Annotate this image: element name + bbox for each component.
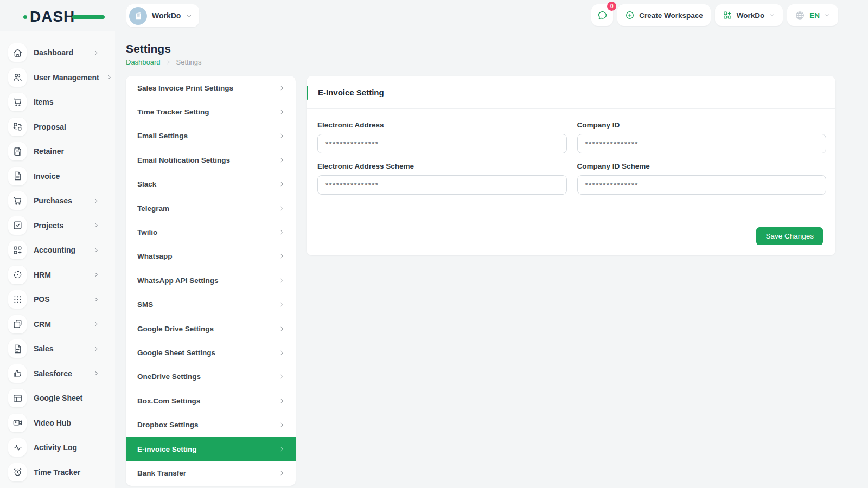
sidebar-item-user-management[interactable]: User Management (8, 68, 109, 87)
chevron-right-icon (279, 470, 285, 476)
settings-menu-item-label: Google Drive Settings (137, 325, 279, 333)
settings-menu-item-whatsapp-api-settings[interactable]: WhatsApp API Settings (126, 268, 296, 292)
sidebar-item-proposal[interactable]: Proposal (8, 118, 109, 136)
field-label: Electronic Address (317, 121, 567, 129)
settings-menu-item-onedrive-settings[interactable]: OneDrive Settings (126, 365, 296, 389)
chevron-right-icon (93, 247, 99, 253)
sidebar-item-items[interactable]: Items (8, 93, 109, 111)
chevron-right-icon (279, 398, 285, 404)
overlap-squares-icon (8, 315, 27, 333)
electronic-address-scheme-input[interactable] (317, 175, 567, 195)
breadcrumb-current: Settings (176, 58, 202, 66)
table-icon (8, 389, 27, 407)
sidebar-item-hrm[interactable]: HRM (8, 266, 109, 284)
logo-dash-bar (72, 15, 105, 19)
workspace-dropdown[interactable]: WorkDo (715, 4, 783, 26)
settings-menu-item-email-notification-settings[interactable]: Email Notification Settings (126, 148, 296, 172)
sidebar-item-label: Dashboard (34, 48, 86, 57)
chevron-right-icon (93, 272, 99, 278)
chevron-right-icon (93, 321, 99, 327)
settings-menu-item-email-settings[interactable]: Email Settings (126, 124, 296, 148)
grid-plus-icon (723, 10, 732, 20)
header-accent-bar (307, 86, 308, 100)
settings-menu-item-telegram[interactable]: Telegram (126, 196, 296, 220)
sidebar-item-video-hub[interactable]: Video Hub (8, 414, 109, 432)
notification-badge: 0 (607, 2, 616, 11)
sidebar-item-accounting[interactable]: Accounting (8, 241, 109, 259)
settings-menu-item-e-invoice-setting[interactable]: E-invoice Setting (126, 437, 296, 461)
settings-menu-item-dropbox-settings[interactable]: Dropbox Settings (126, 413, 296, 436)
sidebar-item-purchases[interactable]: Purchases (8, 191, 109, 210)
swap-icon (8, 118, 27, 136)
workspace-switcher[interactable]: WorkDo (126, 4, 199, 27)
workspace-avatar-building-icon (129, 7, 147, 25)
language-selector[interactable]: EN (787, 4, 838, 26)
sidebar-item-label: Invoice (34, 172, 109, 181)
settings-menu-item-twilio[interactable]: Twilio (126, 220, 296, 244)
settings-menu-item-label: Whatsapp (137, 252, 279, 260)
company-id-input[interactable] (577, 134, 827, 153)
breadcrumb: Dashboard Settings (126, 58, 202, 66)
sidebar: DashboardUser ManagementItemsProposalRet… (0, 31, 115, 488)
settings-menu-item-sms[interactable]: SMS (126, 293, 296, 317)
check-square-icon (8, 216, 27, 235)
einvoice-settings-card: E-Invoice Setting Electronic AddressComp… (307, 76, 835, 255)
sidebar-item-activity-log[interactable]: Activity Log (8, 438, 109, 457)
sidebar-item-salesforce[interactable]: Salesforce (8, 364, 109, 383)
sidebar-item-retainer[interactable]: Retainer (8, 142, 109, 160)
dash-logo[interactable]: DASH (30, 8, 90, 26)
settings-menu-item-google-drive-settings[interactable]: Google Drive Settings (126, 317, 296, 341)
einvoice-form: Electronic AddressCompany IDElectronic A… (307, 109, 835, 216)
settings-menu-item-whatsapp[interactable]: Whatsapp (126, 245, 296, 268)
card-header: E-Invoice Setting (307, 76, 835, 109)
chevron-right-icon (93, 50, 99, 56)
chevron-down-icon (186, 12, 193, 20)
chevron-right-icon (279, 133, 285, 139)
chevron-right-icon (279, 446, 285, 452)
chevron-right-icon (279, 206, 285, 211)
sidebar-item-label: Items (34, 98, 109, 106)
settings-menu-item-label: Google Sheet Settings (137, 349, 279, 357)
chevron-right-icon (279, 253, 285, 259)
settings-menu-item-slack[interactable]: Slack (126, 172, 296, 196)
sidebar-item-projects[interactable]: Projects (8, 216, 109, 235)
sidebar-item-dashboard[interactable]: Dashboard (8, 43, 109, 62)
messages-button[interactable]: 0 (591, 4, 613, 26)
settings-menu-item-box-com-settings[interactable]: Box.Com Settings (126, 389, 296, 413)
card-footer: Save Changes (307, 216, 835, 255)
chevron-right-icon (279, 278, 285, 284)
save-changes-button[interactable]: Save Changes (756, 227, 823, 245)
grid-plus-icon (8, 241, 27, 259)
sidebar-item-sales[interactable]: Sales (8, 339, 109, 358)
chevron-down-icon (769, 12, 775, 18)
settings-menu-item-time-tracker-setting[interactable]: Time Tracker Setting (126, 100, 296, 124)
settings-menu-item-label: Time Tracker Setting (137, 108, 279, 116)
settings-menu-item-label: Twilio (137, 228, 279, 236)
sidebar-item-pos[interactable]: POS (8, 290, 109, 309)
settings-menu-item-bank-transfer[interactable]: Bank Transfer (126, 461, 296, 485)
settings-menu-item-google-sheet-settings[interactable]: Google Sheet Settings (126, 341, 296, 364)
settings-menu-item-label: Email Notification Settings (137, 156, 279, 164)
field-electronic-address: Electronic Address (317, 116, 567, 153)
sidebar-item-crm[interactable]: CRM (8, 315, 109, 333)
users-icon (8, 68, 27, 87)
sidebar-item-time-tracker[interactable]: Time Tracker (8, 463, 109, 481)
sidebar-item-label: Sales (34, 344, 86, 353)
file-icon (8, 339, 27, 358)
field-company-id-scheme: Company ID Scheme (577, 157, 827, 195)
breadcrumb-separator-icon (165, 59, 171, 65)
electronic-address-input[interactable] (317, 134, 567, 153)
sidebar-item-google-sheet[interactable]: Google Sheet (8, 389, 109, 407)
breadcrumb-dashboard-link[interactable]: Dashboard (126, 58, 161, 66)
sidebar-item-label: Accounting (34, 246, 86, 254)
settings-menu-item-label: Sales Invoice Print Settings (137, 84, 279, 92)
settings-menu-item-sales-invoice-print-settings[interactable]: Sales Invoice Print Settings (126, 76, 296, 100)
chevron-right-icon (279, 422, 285, 428)
field-electronic-address-scheme: Electronic Address Scheme (317, 157, 567, 195)
sidebar-item-invoice[interactable]: Invoice (8, 167, 109, 185)
circle-dashed-icon (8, 266, 27, 284)
sidebar-item-label: Proposal (34, 123, 109, 131)
company-id-scheme-input[interactable] (577, 175, 827, 195)
create-workspace-button[interactable]: Create Workspace (617, 4, 711, 26)
settings-menu-item-label: Telegram (137, 204, 279, 213)
